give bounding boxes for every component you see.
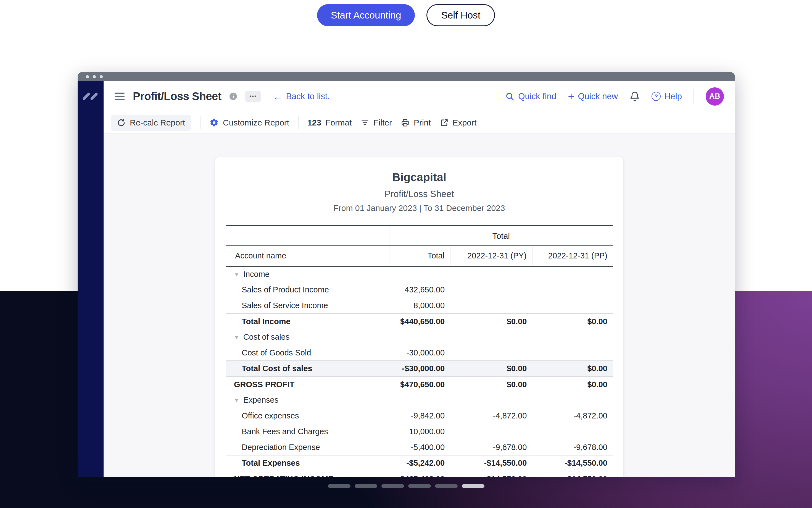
help-icon: ? — [652, 92, 661, 101]
bigcapital-logo-icon[interactable] — [83, 89, 99, 103]
start-accounting-button[interactable]: Start Accounting — [317, 4, 415, 26]
amount-cell-pp: $0.00 — [532, 313, 613, 329]
amount-cell-total: $465,408.00 — [389, 471, 450, 477]
carousel-dot-active[interactable] — [462, 484, 484, 488]
amount-cell-pp — [532, 424, 613, 439]
carousel-dot[interactable] — [381, 484, 404, 488]
amount-cell-pp — [532, 329, 613, 345]
back-to-list-link[interactable]: ← Back to list. — [273, 91, 330, 101]
header-divider — [694, 89, 694, 104]
amount-cell-py: -9,678.00 — [450, 439, 532, 455]
table-row: Total Income$440,650.00$0.00$0.00 — [226, 313, 613, 329]
format-button[interactable]: 123 Format — [307, 118, 351, 127]
amount-cell-pp — [532, 345, 613, 361]
recalc-label: Re-calc Report — [130, 118, 185, 127]
search-icon — [505, 92, 515, 101]
table-row: Cost of Goods Sold-30,000.00 — [226, 345, 613, 361]
account-name-label: Total Cost of sales — [242, 364, 313, 373]
carousel-dot[interactable] — [408, 484, 431, 488]
column-header-pp: 2022-12-31 (PP) — [532, 246, 613, 266]
table-row: Sales of Product Income432,650.00 — [226, 282, 613, 298]
table-row: Sales of Service Income8,000.00 — [226, 298, 613, 313]
account-name-cell: Sales of Product Income — [226, 282, 389, 298]
notifications-bell-icon[interactable] — [629, 91, 640, 102]
amount-cell-py — [450, 345, 532, 361]
window-body: Profit/Loss Sheet i ••• ← Back to list. — [78, 81, 735, 477]
account-name-cell: Depreciation Expense — [226, 439, 389, 455]
carousel-dots — [0, 484, 812, 488]
filter-button[interactable]: Filter — [361, 118, 392, 127]
amount-cell-total: -5,400.00 — [389, 439, 450, 455]
table-column-header-row: Account name Total 2022-12-31 (PY) 2022-… — [226, 246, 613, 266]
collapse-triangle-icon[interactable]: ▼ — [234, 397, 239, 404]
table-row: ▼Cost of sales — [226, 329, 613, 345]
report-date-range: From 01 January 2023 | To 31 December 20… — [226, 203, 613, 213]
account-name-label: Total Income — [242, 317, 291, 326]
carousel-dot[interactable] — [328, 484, 350, 488]
column-header-account-name: Account name — [226, 246, 389, 266]
amount-cell-pp: $0.00 — [532, 361, 613, 376]
export-button[interactable]: Export — [440, 118, 477, 127]
table-body: ▼IncomeSales of Product Income432,650.00… — [226, 266, 613, 477]
report-content-area: Bigcapital Profit/Loss Sheet From 01 Jan… — [104, 134, 735, 477]
carousel-dot[interactable] — [354, 484, 377, 488]
group-header-total: Total — [389, 226, 613, 246]
app-main: Profit/Loss Sheet i ••• ← Back to list. — [104, 81, 735, 477]
account-name-cell: Total Cost of sales — [226, 361, 389, 376]
recalc-report-button[interactable]: Re-calc Report — [111, 115, 191, 131]
quick-find-label: Quick find — [518, 91, 556, 101]
account-name-cell: ▼Cost of sales — [226, 329, 389, 345]
amount-cell-pp: -9,678.00 — [532, 439, 613, 455]
window-control-dot[interactable] — [93, 75, 96, 78]
group-header-blank — [226, 226, 389, 246]
customize-report-button[interactable]: Customize Report — [209, 118, 289, 127]
amount-cell-py — [450, 424, 532, 439]
window-control-dot[interactable] — [86, 75, 89, 78]
column-header-py: 2022-12-31 (PY) — [450, 246, 532, 266]
account-name-cell: Sales of Service Income — [226, 298, 389, 313]
amount-cell-py — [450, 298, 532, 313]
account-name-label: Depreciation Expense — [242, 443, 320, 452]
plus-icon: + — [568, 91, 574, 102]
amount-cell-pp: -$14,550.00 — [532, 471, 613, 477]
filter-label: Filter — [373, 118, 392, 127]
amount-cell-py — [450, 266, 532, 282]
amount-cell-pp: -$14,550.00 — [532, 455, 613, 471]
amount-cell-total: -$5,242.00 — [389, 455, 450, 471]
table-row: Total Expenses-$5,242.00-$14,550.00-$14,… — [226, 455, 613, 471]
window-control-dot[interactable] — [100, 75, 103, 78]
filter-icon — [361, 118, 369, 127]
more-actions-button[interactable]: ••• — [245, 91, 261, 102]
report-card: Bigcapital Profit/Loss Sheet From 01 Jan… — [214, 157, 624, 477]
amount-cell-py: $0.00 — [450, 313, 532, 329]
user-avatar[interactable]: AB — [706, 87, 724, 105]
account-name-label: Sales of Service Income — [242, 301, 328, 310]
gear-icon — [209, 118, 219, 127]
back-arrow-icon: ← — [273, 92, 282, 101]
amount-cell-total: -9,842.00 — [389, 408, 450, 424]
app-sidebar — [78, 81, 104, 477]
quick-new-button[interactable]: + Quick new — [568, 91, 618, 102]
info-icon[interactable]: i — [230, 93, 237, 100]
account-name-cell: Total Expenses — [226, 455, 389, 471]
help-button[interactable]: ? Help — [652, 91, 682, 101]
account-name-label: Total Expenses — [242, 459, 300, 467]
column-header-total: Total — [389, 246, 450, 266]
self-host-button[interactable]: Self Host — [426, 4, 495, 26]
account-name-label: Cost of sales — [243, 333, 290, 341]
amount-cell-pp — [532, 392, 613, 408]
collapse-triangle-icon[interactable]: ▼ — [234, 272, 239, 278]
amount-cell-py — [450, 329, 532, 345]
amount-cell-total: 8,000.00 — [389, 298, 450, 313]
amount-cell-pp: -4,872.00 — [532, 408, 613, 424]
account-name-label: GROSS PROFIT — [234, 380, 294, 389]
collapse-triangle-icon[interactable]: ▼ — [234, 334, 239, 340]
print-button[interactable]: Print — [401, 118, 431, 127]
amount-cell-py: -$14,550.00 — [450, 455, 532, 471]
hamburger-menu-icon[interactable] — [114, 93, 125, 100]
page-title: Profit/Loss Sheet — [133, 90, 221, 102]
quick-find-button[interactable]: Quick find — [505, 91, 556, 101]
carousel-dot[interactable] — [435, 484, 458, 488]
format-label: Format — [325, 118, 351, 127]
amount-cell-total: -$30,000.00 — [389, 361, 450, 376]
